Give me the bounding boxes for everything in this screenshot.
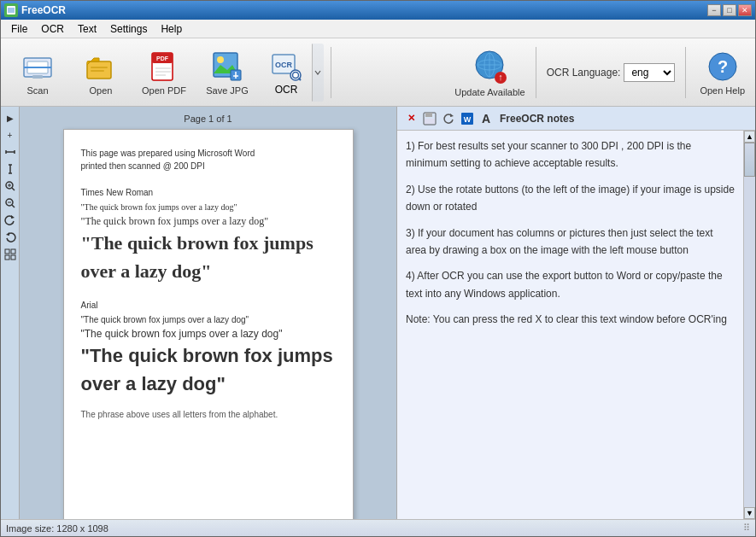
font1-small1: "The quick brown fox jumps over a lazy d… [81, 201, 336, 213]
help-icon: ? [706, 50, 740, 84]
fit-height-button[interactable] [3, 161, 18, 177]
scroll-thumb[interactable] [744, 143, 755, 177]
rotate-cw-button[interactable] [3, 230, 18, 245]
notes-scrollbar: ▲ ▼ [743, 131, 755, 519]
svg-marker-50 [11, 215, 15, 219]
save-jpg-label: Save JPG [206, 85, 249, 96]
save-notes-button[interactable] [421, 110, 438, 127]
font1-large: "The quick brown fox jumps over a lazy d… [81, 229, 336, 285]
clear-notes-button[interactable]: ✕ [402, 110, 419, 127]
intro-line1: This page was prepared using Microsoft W… [81, 149, 255, 158]
notes-content-wrapper: 1) For best results set your scanner to … [397, 131, 755, 519]
side-tools-panel: ▶ + [1, 107, 20, 519]
toolbar: Scan Open PDF [1, 38, 755, 107]
note-2: 2) Use the rotate buttons (to the left o… [406, 181, 735, 216]
zoom-in-tool[interactable] [3, 178, 18, 194]
intro-text: This page was prepared using Microsoft W… [81, 147, 336, 172]
svg-text:OCR: OCR [275, 61, 293, 69]
svg-line-48 [12, 205, 15, 207]
scroll-up-button[interactable]: ▲ [744, 131, 755, 143]
save-jpg-icon [210, 50, 244, 84]
svg-text:W: W [464, 115, 472, 124]
play-button[interactable]: ▶ [3, 110, 18, 125]
status-resize-handle[interactable]: ⠿ [743, 522, 750, 534]
open-pdf-button[interactable]: PDF Open PDF [134, 44, 194, 102]
help-label: Open Help [700, 85, 745, 96]
zoom-out-tool[interactable] [3, 196, 18, 211]
notes-panel: ✕ [396, 107, 755, 519]
svg-rect-53 [11, 249, 15, 254]
menu-text[interactable]: Text [71, 21, 103, 37]
menu-help[interactable]: Help [154, 21, 189, 37]
svg-rect-57 [425, 113, 432, 117]
font2-name: Arial [81, 299, 336, 312]
window-title: FreeOCR [21, 4, 66, 16]
svg-rect-7 [32, 75, 43, 79]
intro-line2: printed then scanned @ 200 DPI [81, 161, 205, 171]
main-area: ▶ + [1, 107, 755, 519]
close-button[interactable]: ✕ [738, 4, 752, 16]
help-button[interactable]: ? Open Help [696, 46, 748, 99]
title-bar-text: FreeOCR [4, 3, 66, 17]
menu-settings[interactable]: Settings [103, 21, 154, 37]
svg-rect-52 [5, 249, 9, 254]
ocr-button[interactable]: OCR OCR [261, 44, 312, 102]
status-bar: Image size: 1280 x 1098 ⠿ [1, 519, 755, 536]
font1-name: Times New Roman [81, 186, 336, 199]
note-4: 4) After OCR you can use the export butt… [406, 267, 735, 302]
note-3: 3) If your document has columns or pictu… [406, 225, 735, 260]
grid-tool[interactable] [3, 247, 18, 262]
open-button[interactable]: Open [71, 44, 131, 102]
page-label: Page 1 of 1 [184, 114, 231, 124]
ocr-language-select[interactable]: eng [624, 63, 675, 82]
notes-panel-title: FreeOCR notes [500, 113, 574, 125]
font-button[interactable]: A [478, 110, 495, 127]
status-text: Image size: 1280 x 1098 [6, 523, 108, 534]
page-text-content: This page was prepared using Microsoft W… [81, 147, 336, 421]
svg-point-18 [217, 56, 224, 63]
scan-icon [21, 50, 55, 84]
maximize-button[interactable]: □ [723, 4, 736, 16]
menu-file[interactable]: File [4, 21, 34, 37]
open-pdf-icon: PDF [147, 50, 181, 84]
update-icon: ↑ [471, 48, 508, 85]
scan-button[interactable]: Scan [8, 44, 67, 102]
scan-label: Scan [26, 85, 48, 96]
zoom-in-button[interactable]: + [3, 127, 18, 143]
rotate-notes-button[interactable] [440, 110, 457, 127]
open-pdf-label: Open PDF [142, 85, 186, 96]
alphabet-phrase: The phrase above uses all letters from t… [81, 408, 336, 421]
main-window: FreeOCR − □ ✕ File OCR Text Settings Hel… [0, 0, 756, 537]
title-bar: FreeOCR − □ ✕ [1, 1, 755, 20]
minimize-button[interactable]: − [707, 4, 721, 16]
svg-text:↑: ↑ [499, 72, 504, 82]
notes-panel-header: ✕ [397, 107, 755, 131]
font2-large: "The quick brown fox jumps over a lazy d… [81, 341, 336, 398]
font1-small2: "The quick brown fox jumps over a lazy d… [81, 213, 336, 229]
ocr-dropdown-button[interactable] [312, 44, 324, 102]
rotate-ccw-button[interactable] [3, 213, 18, 228]
fit-width-button[interactable] [3, 144, 18, 160]
svg-text:?: ? [718, 57, 728, 76]
svg-marker-51 [6, 232, 9, 236]
page-content-area: This page was prepared using Microsoft W… [63, 129, 354, 519]
save-jpg-button[interactable]: Save JPG [197, 44, 257, 102]
ocr-icon: OCR [270, 50, 302, 82]
open-label: Open [90, 85, 113, 96]
scroll-down-button[interactable]: ▼ [744, 507, 755, 519]
menu-ocr[interactable]: OCR [34, 21, 71, 37]
notes-text-area[interactable]: 1) For best results set your scanner to … [397, 131, 743, 519]
update-label: Update Available [454, 87, 525, 97]
svg-rect-54 [5, 255, 9, 260]
update-button[interactable]: ↑ Update Available [454, 48, 525, 97]
app-icon [4, 3, 18, 17]
ocr-language-section: OCR Language: eng [547, 63, 676, 82]
svg-text:PDF: PDF [156, 55, 169, 61]
document-view[interactable]: Page 1 of 1 This page was prepared using… [20, 107, 396, 519]
svg-marker-59 [450, 114, 454, 117]
ocr-button-group: OCR OCR [261, 44, 324, 102]
toolbar-separator-1 [331, 47, 331, 98]
svg-line-44 [12, 188, 15, 190]
open-icon [84, 50, 118, 84]
export-word-button[interactable]: W [459, 110, 476, 127]
